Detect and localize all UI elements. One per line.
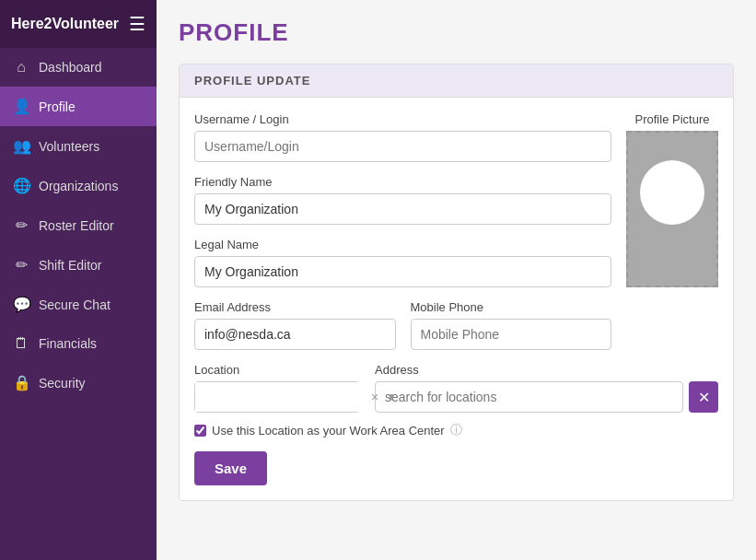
work-area-checkbox[interactable] <box>194 425 206 437</box>
location-input[interactable] <box>195 382 367 412</box>
sidebar-header: Here2Volunteer ☰ <box>0 0 157 48</box>
sidebar-item-label: Organizations <box>39 179 118 193</box>
sidebar-item-dashboard[interactable]: ⌂ Dashboard <box>0 48 157 87</box>
sidebar-item-label: Volunteers <box>39 139 99 154</box>
organizations-icon: 🌐 <box>13 177 29 194</box>
sidebar-item-label: Security <box>39 376 86 391</box>
location-label: Location <box>194 363 360 377</box>
roster-editor-icon: ✏ <box>13 216 29 234</box>
sidebar-item-financials[interactable]: 🗒 Financials <box>0 324 157 363</box>
username-label: Username / Login <box>194 112 611 126</box>
location-address-row: Location × ▼ Address ✕ <box>194 363 718 413</box>
email-input[interactable] <box>194 319 396 350</box>
info-icon: ⓘ <box>450 422 462 438</box>
secure-chat-icon: 💬 <box>13 296 29 313</box>
security-icon: 🔒 <box>13 374 29 391</box>
friendly-name-label: Friendly Name <box>194 175 611 189</box>
email-group: Email Address <box>194 300 396 350</box>
location-dropdown-icon[interactable]: ▼ <box>382 391 401 403</box>
financials-icon: 🗒 <box>13 335 29 352</box>
sidebar-item-security[interactable]: 🔒 Security <box>0 363 157 402</box>
sidebar-item-shift-editor[interactable]: ✏ Shift Editor <box>0 245 157 285</box>
app-logo: Here2Volunteer <box>11 16 119 32</box>
profile-picture-label: Profile Picture <box>626 112 718 126</box>
sidebar-item-label: Secure Chat <box>39 298 110 312</box>
mobile-group: Mobile Phone <box>411 300 612 350</box>
sidebar-item-volunteers[interactable]: 👥 Volunteers <box>0 126 157 166</box>
username-input[interactable] <box>194 131 611 162</box>
location-group: Location × ▼ <box>194 363 360 413</box>
legal-name-input[interactable] <box>194 256 611 287</box>
location-select-wrapper: × ▼ <box>194 381 360 413</box>
work-area-label: Use this Location as your Work Area Cent… <box>212 424 445 438</box>
profile-picture-box[interactable] <box>626 131 718 287</box>
sidebar-item-label: Shift Editor <box>39 258 101 273</box>
sidebar-item-profile[interactable]: 👤 Profile <box>0 87 157 126</box>
address-clear-button[interactable]: ✕ <box>689 381 718 413</box>
friendly-name-group: Friendly Name <box>194 175 611 225</box>
page-title: PROFILE <box>179 18 734 47</box>
profile-avatar-circle <box>640 160 704 225</box>
save-button[interactable]: Save <box>194 451 267 485</box>
sidebar-item-label: Dashboard <box>39 60 102 75</box>
legal-name-label: Legal Name <box>194 238 611 251</box>
mobile-input[interactable] <box>411 319 612 350</box>
card-header: PROFILE UPDATE <box>180 64 733 98</box>
dashboard-icon: ⌂ <box>13 59 29 76</box>
sidebar-item-label: Roster Editor <box>39 218 114 233</box>
card-body: Username / Login Friendly Name Legal Nam… <box>180 98 733 500</box>
address-wrapper: ✕ <box>375 381 718 413</box>
username-group: Username / Login <box>194 112 611 162</box>
email-label: Email Address <box>194 300 396 314</box>
mobile-label: Mobile Phone <box>411 300 612 314</box>
main-content: PROFILE PROFILE UPDATE Username / Login … <box>157 0 756 560</box>
work-area-row: Use this Location as your Work Area Cent… <box>194 422 718 438</box>
legal-name-group: Legal Name <box>194 238 611 287</box>
shift-editor-icon: ✏ <box>13 256 29 274</box>
sidebar: Here2Volunteer ☰ ⌂ Dashboard 👤 Profile 👥… <box>0 0 157 560</box>
volunteers-icon: 👥 <box>13 137 29 155</box>
form-fields-left: Username / Login Friendly Name Legal Nam… <box>194 112 611 363</box>
email-mobile-row: Email Address Mobile Phone <box>194 300 611 350</box>
profile-card: PROFILE UPDATE Username / Login Friendly… <box>179 64 734 501</box>
friendly-name-input[interactable] <box>194 193 611 225</box>
sidebar-item-organizations[interactable]: 🌐 Organizations <box>0 166 157 205</box>
location-clear-icon[interactable]: × <box>367 390 382 404</box>
address-input[interactable] <box>375 381 683 413</box>
sidebar-item-secure-chat[interactable]: 💬 Secure Chat <box>0 285 157 324</box>
sidebar-item-roster-editor[interactable]: ✏ Roster Editor <box>0 205 157 245</box>
profile-picture-section: Profile Picture <box>626 112 718 363</box>
hamburger-icon[interactable]: ☰ <box>129 13 145 35</box>
address-group: Address ✕ <box>375 363 718 413</box>
address-label: Address <box>375 363 718 377</box>
sidebar-item-label: Financials <box>39 336 97 351</box>
sidebar-item-label: Profile <box>39 99 76 114</box>
profile-icon: 👤 <box>13 98 29 115</box>
